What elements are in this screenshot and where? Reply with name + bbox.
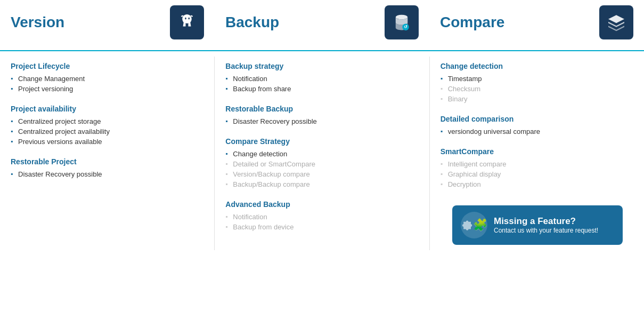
layers-icon <box>606 12 627 33</box>
backup-col: Backup strategy Notification Backup from… <box>215 57 429 250</box>
list-item: Backup/Backup compare <box>225 179 418 189</box>
detailed-comparison-list: versiondog universal compare <box>441 126 633 137</box>
version-header-col: Version <box>0 0 215 45</box>
list-item: Graphical display <box>441 169 633 179</box>
list-item: versiondog universal compare <box>441 126 633 137</box>
compare-col: Change detection Timestamp Checksum Bina… <box>430 57 644 250</box>
list-item: Notification <box>225 212 418 222</box>
restorable-project-list: Disaster Recovery possible <box>11 169 203 179</box>
header-row: Version Backup ↺ <box>0 0 644 51</box>
advanced-backup-list: Notification Backup from device <box>225 212 418 232</box>
backup-strategy-list: Notification Backup from share <box>225 74 418 94</box>
list-item: Timestamp <box>441 74 633 84</box>
list-item: Previous versions available <box>11 137 203 147</box>
puzzle-icon <box>461 216 473 235</box>
version-title: Version <box>11 14 64 31</box>
detailed-comparison-section: Detailed comparison versiondog universal… <box>441 115 633 137</box>
missing-feature-subtitle: Contact us with your feature request! <box>494 227 598 234</box>
database-icon: ↺ <box>391 12 412 33</box>
smart-compare-section: SmartCompare Intelligent compare Graphic… <box>441 147 633 189</box>
advanced-backup-section: Advanced Backup Notification Backup from… <box>225 200 418 232</box>
project-availability-section: Project availability Centralized project… <box>11 105 203 147</box>
restorable-project-title: Restorable Project <box>11 157 203 166</box>
change-detection-title: Change detection <box>441 62 633 70</box>
missing-feature-banner[interactable]: 🧩 Missing a Feature? Contact us with you… <box>452 205 623 245</box>
list-item: Disaster Recovery possible <box>11 169 203 179</box>
backup-strategy-section: Backup strategy Notification Backup from… <box>225 62 418 94</box>
main-container: Version Backup ↺ <box>0 0 644 250</box>
list-item: Detailed or SmartCompare <box>225 159 418 169</box>
list-item: Binary <box>441 94 633 104</box>
list-item: Change detection <box>225 149 418 159</box>
dog-icon <box>176 12 198 33</box>
change-detection-section: Change detection Timestamp Checksum Bina… <box>441 62 633 104</box>
list-item: Version/Backup compare <box>225 169 418 179</box>
compare-strategy-title: Compare Strategy <box>225 137 418 146</box>
missing-feature-title: Missing a Feature? <box>494 216 598 227</box>
svg-marker-3 <box>608 15 624 23</box>
restorable-backup-list: Disaster Recovery possible <box>225 116 418 126</box>
version-col: Project Lifecycle Change Management Proj… <box>0 57 215 250</box>
svg-point-0 <box>396 15 408 20</box>
detailed-comparison-title: Detailed comparison <box>441 115 633 123</box>
restorable-backup-title: Restorable Backup <box>225 105 418 113</box>
smart-compare-title: SmartCompare <box>441 147 633 156</box>
missing-feature-text: Missing a Feature? Contact us with your … <box>494 216 598 234</box>
list-item: Project versioning <box>11 84 203 94</box>
version-icon <box>170 5 204 39</box>
list-item: Change Management <box>11 74 203 84</box>
missing-feature-icon: 🧩 <box>461 212 487 238</box>
backup-strategy-title: Backup strategy <box>225 62 418 70</box>
compare-header-col: Compare <box>429 0 644 45</box>
list-item: Centralized project storage <box>11 116 203 126</box>
project-lifecycle-list: Change Management Project versioning <box>11 74 203 94</box>
compare-strategy-section: Compare Strategy Change detection Detail… <box>225 137 418 189</box>
compare-icon <box>599 5 633 39</box>
content-row: Project Lifecycle Change Management Proj… <box>0 57 644 250</box>
list-item: Checksum <box>441 84 633 94</box>
project-lifecycle-title: Project Lifecycle <box>11 62 203 70</box>
backup-header-col: Backup ↺ <box>215 0 429 45</box>
list-item: Centralized project availability <box>11 126 203 137</box>
smart-compare-list: Intelligent compare Graphical display De… <box>441 159 633 189</box>
backup-title: Backup <box>225 14 279 31</box>
list-item: Backup from share <box>225 84 418 94</box>
svg-text:↺: ↺ <box>404 25 407 29</box>
list-item: Disaster Recovery possible <box>225 116 418 126</box>
project-lifecycle-section: Project Lifecycle Change Management Proj… <box>11 62 203 94</box>
project-availability-title: Project availability <box>11 105 203 113</box>
project-availability-list: Centralized project storage Centralized … <box>11 116 203 147</box>
list-item: Backup from device <box>225 222 418 232</box>
compare-strategy-list: Change detection Detailed or SmartCompar… <box>225 149 418 189</box>
compare-title: Compare <box>440 14 504 31</box>
list-item: Notification <box>225 74 418 84</box>
list-item: Decryption <box>441 179 633 189</box>
advanced-backup-title: Advanced Backup <box>225 200 418 209</box>
list-item: Intelligent compare <box>441 159 633 169</box>
restorable-backup-section: Restorable Backup Disaster Recovery poss… <box>225 105 418 126</box>
backup-icon: ↺ <box>385 5 419 39</box>
restorable-project-section: Restorable Project Disaster Recovery pos… <box>11 157 203 179</box>
change-detection-list: Timestamp Checksum Binary <box>441 74 633 104</box>
